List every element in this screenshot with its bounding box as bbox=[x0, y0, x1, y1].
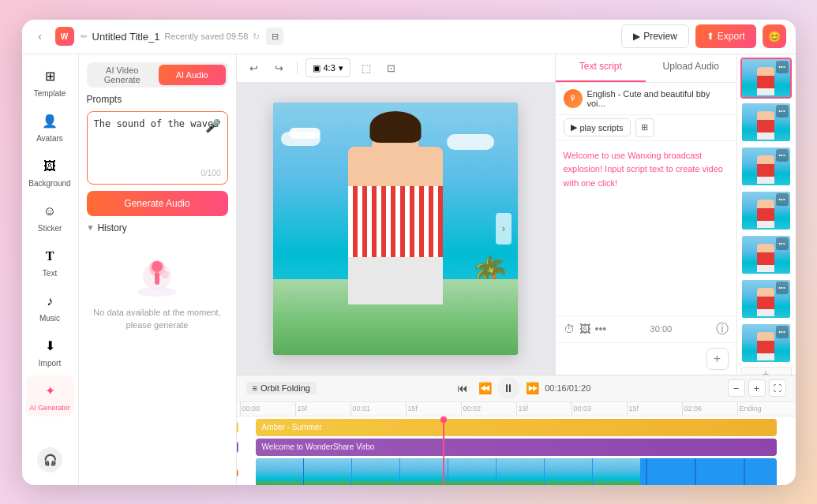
sidebar-item-text[interactable]: T Text bbox=[26, 241, 73, 282]
thumb-dots-6[interactable]: ••• bbox=[776, 282, 789, 294]
thumbnail-6[interactable]: ••• bbox=[740, 278, 792, 319]
avatar-dress-stripes bbox=[348, 186, 443, 257]
sidebar-item-sticker[interactable]: ☺ Sticker bbox=[26, 196, 73, 237]
preview-button[interactable]: ▶ Preview bbox=[621, 24, 689, 48]
video-frame-4 bbox=[400, 458, 448, 485]
headphone-button[interactable]: 🎧 bbox=[37, 447, 62, 472]
thumbnail-7[interactable]: ••• bbox=[740, 323, 792, 364]
svg-point-5 bbox=[161, 271, 169, 278]
sticker-icon: ☺ bbox=[39, 200, 61, 222]
thumb-figure-7 bbox=[757, 332, 774, 360]
sidebar-item-music[interactable]: ♪ Music bbox=[26, 286, 73, 327]
sidebar-item-ai-generator[interactable]: ✦ AI Generator bbox=[26, 375, 73, 416]
sidebar-label-text: Text bbox=[43, 269, 57, 278]
canvas-right-top: ↩ ↪ ▣ 4:3 ▾ ⬚ ⊡ bbox=[237, 54, 796, 375]
thumb-dots-2[interactable]: ••• bbox=[776, 105, 789, 118]
track-purple[interactable]: Welcome to WonderShare Virbo bbox=[256, 439, 777, 456]
layout-icon[interactable]: ⊟ bbox=[266, 28, 283, 45]
image-icon-btn[interactable]: 🖼 bbox=[579, 323, 590, 335]
playhead[interactable] bbox=[443, 416, 444, 485]
prompt-textarea[interactable]: The sound of the waves bbox=[94, 118, 221, 166]
document-title[interactable]: Untitled Title_1 bbox=[92, 31, 160, 43]
more-icon-btn[interactable]: ••• bbox=[595, 323, 607, 335]
main-content: ⊞ Template 👤 Avatars 🖼 Background ☺ Stic… bbox=[22, 54, 796, 485]
sidebar-item-import[interactable]: ⬇ Import bbox=[26, 330, 73, 372]
tab-ai-audio[interactable]: AI Audio bbox=[159, 65, 226, 85]
thumb-dots-1[interactable]: ••• bbox=[776, 61, 789, 73]
ruler-9: Ending bbox=[737, 402, 793, 416]
sidebar-item-template[interactable]: ⊞ Template bbox=[26, 61, 73, 103]
svg-point-3 bbox=[152, 261, 163, 272]
sidebar-label-ai-generator: AI Generator bbox=[29, 404, 70, 412]
clock-icon-btn[interactable]: ⏱ bbox=[564, 323, 575, 335]
ratio-select[interactable]: ▣ 4:3 ▾ bbox=[305, 58, 350, 77]
zoom-out-button[interactable]: − bbox=[728, 379, 745, 397]
zoom-in-button[interactable]: + bbox=[748, 379, 766, 397]
script-controls: ▶ play scripts ⊞ bbox=[556, 115, 736, 141]
step-back-button[interactable]: ⏪ bbox=[475, 379, 494, 398]
thumbnail-2[interactable]: ••• bbox=[740, 102, 792, 143]
ruler-4: 00:02 bbox=[461, 402, 516, 416]
ratio-icon: ▣ bbox=[313, 63, 320, 73]
generate-audio-button[interactable]: Generate Audio bbox=[87, 191, 228, 216]
left-sidebar: ⊞ Template 👤 Avatars 🖼 Background ☺ Stic… bbox=[22, 54, 79, 485]
text-icon: T bbox=[39, 245, 61, 267]
play-scripts-button[interactable]: ▶ play scripts bbox=[564, 118, 631, 136]
thumb-dots-5[interactable]: ••• bbox=[776, 237, 789, 250]
track-amber[interactable]: Amber - Summer bbox=[256, 419, 777, 436]
thumbnail-4[interactable]: ••• bbox=[740, 190, 792, 231]
add-thumbnail-button[interactable]: + bbox=[740, 367, 792, 375]
timeline-tracks: ★ Amber - Summer ♪ Welcome to WonderShar… bbox=[237, 416, 796, 485]
crop-button[interactable]: ⬚ bbox=[357, 58, 376, 77]
music-icon: ♪ bbox=[39, 290, 61, 312]
add-section-button[interactable]: + bbox=[706, 348, 729, 370]
help-icon-btn[interactable]: ⓘ bbox=[716, 321, 729, 338]
grid-settings-button[interactable]: ⊞ bbox=[635, 118, 654, 137]
video-frames bbox=[256, 458, 777, 485]
edit-icon: ✏ bbox=[81, 32, 88, 42]
tab-ai-video-generate[interactable]: AI Video Generate bbox=[89, 65, 156, 85]
track-purple-row: ♪ Welcome to WonderShare Virbo bbox=[240, 439, 793, 456]
script-bottom-controls: ⏱ 🖼 ••• 30:00 ⓘ bbox=[556, 315, 736, 342]
script-welcome-text: Welcome to use Wanxing broadcast explosi… bbox=[556, 141, 736, 199]
redo-button[interactable]: ↪ bbox=[270, 58, 289, 77]
thumb-dots-3[interactable]: ••• bbox=[776, 149, 789, 162]
ruler-7: 15f bbox=[627, 402, 682, 416]
svg-rect-4 bbox=[155, 272, 159, 285]
play-icon-small: ▶ bbox=[571, 122, 577, 133]
timeline-name: Orbit Folding bbox=[260, 383, 310, 393]
tab-text-script[interactable]: Text script bbox=[556, 54, 646, 82]
track-video[interactable] bbox=[256, 458, 777, 485]
empty-text: No data available at the moment, please … bbox=[93, 306, 222, 332]
sidebar-item-avatars[interactable]: 👤 Avatars bbox=[26, 106, 73, 147]
skip-back-button[interactable]: ⏮ bbox=[453, 379, 472, 398]
step-forward-button[interactable]: ⏩ bbox=[523, 379, 542, 398]
video-frame-7 bbox=[545, 458, 592, 485]
play-pause-button[interactable]: ⏸ bbox=[497, 377, 519, 399]
thumbnail-1[interactable]: ••• bbox=[740, 58, 792, 99]
tab-upload-audio[interactable]: Upload Audio bbox=[646, 54, 736, 82]
empty-state: No data available at the moment, please … bbox=[87, 240, 228, 345]
thumb-figure-3 bbox=[757, 155, 774, 184]
ai-generator-icon: ✦ bbox=[39, 380, 61, 402]
top-bar-right: ▶ Preview ⬆ Export 😊 bbox=[621, 24, 785, 48]
avatar-hair bbox=[370, 111, 422, 143]
history-header[interactable]: ▼ History bbox=[87, 222, 228, 233]
undo-button[interactable]: ↩ bbox=[245, 58, 264, 77]
back-button[interactable]: ‹ bbox=[32, 28, 49, 45]
thumbnail-3[interactable]: ••• bbox=[740, 146, 792, 187]
thumb-figure-5 bbox=[757, 244, 774, 272]
nav-arrow[interactable]: › bbox=[496, 213, 512, 245]
sidebar-label-template: Template bbox=[34, 89, 66, 98]
user-avatar[interactable]: 😊 bbox=[763, 24, 786, 48]
microphone-icon[interactable]: 🎤 bbox=[205, 118, 221, 133]
play-icon: ▶ bbox=[633, 31, 640, 42]
thumbnail-5[interactable]: ••• bbox=[740, 234, 792, 275]
thumb-dots-4[interactable]: ••• bbox=[776, 193, 789, 206]
fullscreen-button[interactable]: ⛶ bbox=[769, 379, 786, 397]
export-button[interactable]: ⬆ Export bbox=[695, 24, 756, 48]
subtitle-button[interactable]: ⊡ bbox=[382, 58, 401, 77]
saved-status: Recently saved 09:58 bbox=[165, 32, 249, 41]
thumb-dots-7[interactable]: ••• bbox=[776, 326, 789, 338]
sidebar-item-background[interactable]: 🖼 Background bbox=[26, 151, 73, 192]
